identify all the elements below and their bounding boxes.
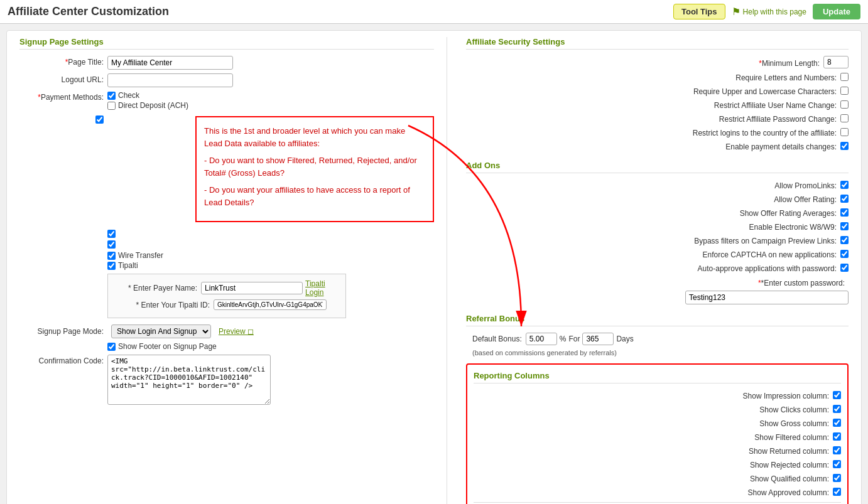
enable-w8-checkbox[interactable]	[840, 222, 849, 230]
help-link[interactable]: ⚑ Help with this page	[732, 6, 806, 18]
auto-approve-row: Auto-approve applications with password:	[466, 262, 849, 273]
show-approved-checkbox[interactable]	[833, 488, 841, 496]
custom-password-row: **Enter custom password:	[466, 277, 849, 287]
show-gross-checkbox[interactable]	[833, 419, 841, 427]
show-impression-row: Show Impression column:	[474, 390, 841, 400]
tipalti-option: Tipalti	[107, 261, 163, 270]
check-checkbox[interactable]	[107, 92, 116, 100]
default-bonus-input[interactable]	[526, 333, 557, 345]
show-approved-label: Show Approved column:	[657, 486, 833, 497]
allow-offer-checkbox[interactable]	[840, 195, 849, 203]
confirmation-code-textarea[interactable]: <IMG src="http://in.beta.linktrust.com/c…	[107, 355, 271, 405]
show-qualified-label: Show Qualified column:	[657, 473, 833, 483]
restrict-password-checkbox[interactable]	[840, 114, 849, 122]
enforce-captcha-row: Enforce CAPTCHA on new applications:	[466, 249, 849, 259]
referral-section-title: Referral Bonus	[466, 314, 849, 326]
separator	[474, 502, 841, 503]
check-label: Check	[118, 91, 139, 100]
enable-payment-row: Enable payment details changes:	[466, 141, 849, 151]
tipalti-checkbox[interactable]	[107, 262, 116, 270]
default-bonus-label: Default Bonus:	[472, 335, 522, 343]
page-title-row: *Page Title:	[19, 56, 434, 70]
check-option: Check	[107, 91, 188, 100]
tooltip-button[interactable]: Tool Tips	[673, 4, 725, 19]
direct-deposit-checkbox[interactable]	[107, 102, 116, 110]
referral-section: Referral Bonus Default Bonus: % For Days…	[466, 314, 849, 357]
reporting-section-title: Reporting Columns	[474, 371, 841, 383]
signup-mode-select[interactable]: Show Login And Signup Show Login Only Sh…	[111, 324, 211, 338]
main-content: Signup Page Settings *Page Title: Logout…	[6, 30, 862, 504]
extra-checkbox-1[interactable]	[107, 230, 116, 238]
tipalti-subform: * Enter Payer Name: Tipalti Login * Ente…	[107, 274, 346, 318]
allow-promo-row: Allow PromoLinks:	[466, 180, 849, 190]
enable-payment-label: Enable payment details changes:	[665, 141, 840, 151]
left-column: Signup Page Settings *Page Title: Logout…	[19, 37, 447, 504]
tipalti-id-row: * Enter Your Tipalti ID:	[113, 299, 340, 310]
bypass-filters-checkbox[interactable]	[840, 236, 849, 244]
right-column: Affiliate Security Settings *Minimum Len…	[460, 37, 849, 504]
min-length-input[interactable]	[823, 56, 849, 68]
show-footer-checkbox[interactable]	[107, 343, 116, 351]
allow-offer-row: Allow Offer Rating:	[466, 193, 849, 204]
tooltip-trigger-checkbox[interactable]	[95, 115, 104, 124]
confirmation-code-row: Confirmation Code: <IMG src="http://in.b…	[19, 355, 434, 405]
show-qualified-checkbox[interactable]	[833, 474, 841, 482]
extra-checkbox-2[interactable]	[107, 240, 116, 249]
show-clicks-checkbox[interactable]	[833, 405, 841, 413]
restrict-logins-label: Restrict logins to the country of the af…	[665, 127, 840, 137]
enable-w8-row: Enable Electronic W8/W9:	[466, 221, 849, 232]
enforce-captcha-checkbox[interactable]	[840, 250, 849, 258]
require-letters-checkbox[interactable]	[840, 73, 849, 81]
custom-password-input[interactable]	[685, 291, 849, 304]
preview-link[interactable]: Preview ◻	[219, 327, 254, 336]
show-rejected-row: Show Rejected column:	[474, 459, 841, 469]
show-footer-option: Show Footer on Signup Page	[107, 342, 217, 351]
require-upper-label: Require Upper and Lowercase Characters:	[665, 85, 840, 96]
show-filtered-checkbox[interactable]	[833, 432, 841, 441]
show-impression-checkbox[interactable]	[833, 391, 841, 399]
tipalti-login-link[interactable]: Tipalti Login	[305, 279, 340, 297]
direct-deposit-option: Direct Deposit (ACH)	[107, 101, 188, 110]
tooltip-text-3: - Do you want your affiliates to have ac…	[204, 184, 425, 208]
show-rejected-checkbox[interactable]	[833, 460, 841, 468]
restrict-logins-row: Restrict logins to the country of the af…	[466, 127, 849, 137]
tooltip-area: This is the 1st and broader level at whi…	[19, 114, 434, 225]
tooltip-text-2: - Do you want to show Filtered, Returned…	[204, 154, 425, 179]
payer-name-input[interactable]	[201, 282, 303, 294]
tipalti-id-input[interactable]	[214, 299, 327, 310]
enable-payment-checkbox[interactable]	[840, 142, 849, 150]
allow-promo-checkbox[interactable]	[840, 181, 849, 189]
custom-password-input-row	[466, 291, 849, 304]
tooltip-checkbox-area	[19, 114, 107, 124]
restrict-username-checkbox[interactable]	[840, 100, 849, 109]
show-offer-avg-checkbox[interactable]	[840, 208, 849, 217]
for-label: For	[568, 335, 580, 343]
require-upper-checkbox[interactable]	[840, 87, 849, 95]
tipalti-label: Tipalti	[118, 261, 138, 270]
page-title-input[interactable]	[107, 56, 233, 70]
security-section-title: Affiliate Security Settings	[466, 37, 849, 50]
wire-transfer-checkbox[interactable]	[107, 252, 116, 260]
page-title-label: *Page Title:	[19, 56, 107, 67]
security-section: Affiliate Security Settings *Minimum Len…	[466, 37, 849, 151]
update-button[interactable]: Update	[813, 4, 860, 19]
show-returned-checkbox[interactable]	[833, 446, 841, 454]
logout-url-input[interactable]	[107, 73, 233, 87]
restrict-password-row: Restrict Affiliate Password Change:	[466, 113, 849, 124]
logout-url-label: Logout URL:	[19, 73, 107, 84]
restrict-username-label: Restrict Affiliate User Name Change:	[665, 99, 840, 110]
restrict-username-row: Restrict Affiliate User Name Change:	[466, 99, 849, 110]
extra-checkbox-row-2	[107, 240, 434, 249]
extra-checkbox-row-1	[107, 230, 434, 238]
restrict-logins-checkbox[interactable]	[840, 128, 849, 136]
show-gross-label: Show Gross column:	[657, 417, 833, 428]
require-letters-label: Require Letters and Numbers:	[665, 72, 840, 82]
auto-approve-checkbox[interactable]	[840, 264, 849, 272]
show-qualified-row: Show Qualified column:	[474, 473, 841, 483]
top-right-actions: Tool Tips ⚑ Help with this page Update	[673, 4, 860, 19]
tooltip-text-1: This is the 1st and broader level at whi…	[204, 125, 425, 149]
help-icon: ⚑	[732, 6, 741, 18]
payer-name-row: * Enter Payer Name: Tipalti Login	[113, 279, 340, 297]
for-days-input[interactable]	[582, 333, 614, 345]
auto-approve-label: Auto-approve applications with password:	[665, 262, 840, 273]
